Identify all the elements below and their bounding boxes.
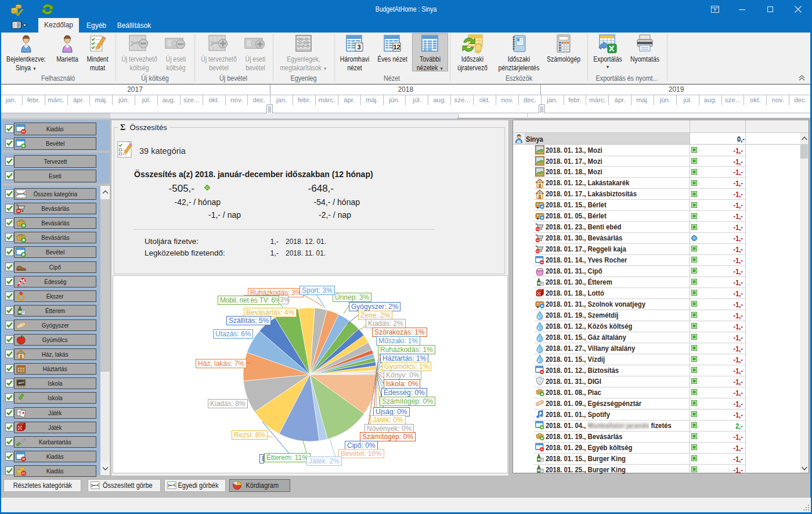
svg-text:3: 3	[357, 44, 360, 51]
svg-text:ab: ab	[19, 381, 23, 384]
svg-text:12: 12	[393, 44, 400, 51]
